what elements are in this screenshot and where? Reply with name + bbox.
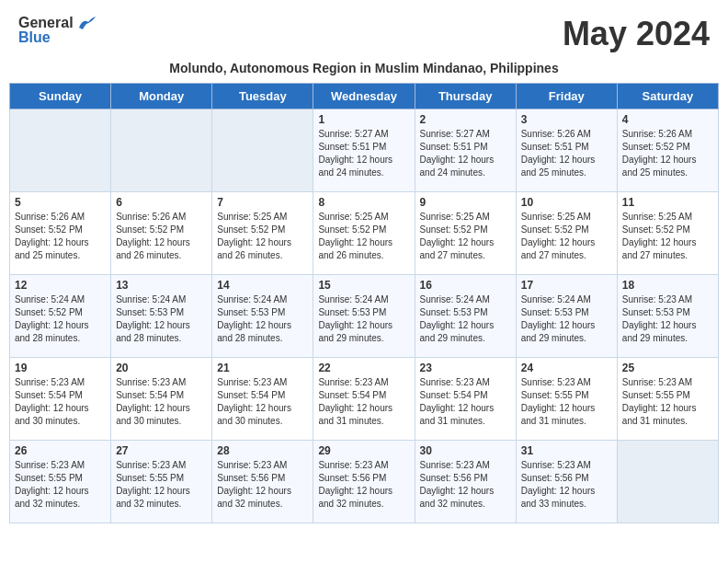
- daylight-text: Daylight: 12 hours and 27 minutes.: [420, 237, 495, 260]
- day-info: Sunrise: 5:25 AMSunset: 5:52 PMDaylight:…: [420, 211, 511, 262]
- calendar-cell: 13Sunrise: 5:24 AMSunset: 5:53 PMDayligh…: [111, 275, 212, 358]
- calendar-cell: [10, 109, 111, 192]
- sunset-text: Sunset: 5:52 PM: [116, 224, 184, 235]
- sunset-text: Sunset: 5:51 PM: [521, 142, 589, 152]
- day-info: Sunrise: 5:24 AMSunset: 5:53 PMDaylight:…: [521, 293, 612, 345]
- calendar-week-row: 1Sunrise: 5:27 AMSunset: 5:51 PMDaylight…: [10, 109, 719, 192]
- calendar-cell: 20Sunrise: 5:23 AMSunset: 5:54 PMDayligh…: [111, 358, 212, 441]
- sunrise-text: Sunrise: 5:24 AM: [420, 294, 490, 304]
- calendar-cell: 14Sunrise: 5:24 AMSunset: 5:53 PMDayligh…: [212, 275, 313, 358]
- calendar-cell: 28Sunrise: 5:23 AMSunset: 5:56 PMDayligh…: [212, 441, 313, 523]
- calendar-cell: 19Sunrise: 5:23 AMSunset: 5:54 PMDayligh…: [10, 358, 111, 441]
- sunrise-text: Sunrise: 5:23 AM: [217, 460, 287, 470]
- sunset-text: Sunset: 5:53 PM: [318, 307, 386, 317]
- daylight-text: Daylight: 12 hours and 31 minutes.: [318, 403, 392, 426]
- daylight-text: Daylight: 12 hours and 29 minutes.: [521, 320, 596, 343]
- day-number: 29: [318, 444, 409, 457]
- daylight-text: Daylight: 12 hours and 32 minutes.: [217, 486, 291, 509]
- sunset-text: Sunset: 5:52 PM: [622, 142, 690, 152]
- daylight-text: Daylight: 12 hours and 30 minutes.: [15, 403, 89, 426]
- day-info: Sunrise: 5:24 AMSunset: 5:53 PMDaylight:…: [217, 293, 308, 345]
- day-number: 4: [622, 113, 713, 126]
- daylight-text: Daylight: 12 hours and 25 minutes.: [15, 237, 89, 260]
- calendar-cell: 29Sunrise: 5:23 AMSunset: 5:56 PMDayligh…: [313, 441, 415, 523]
- day-info: Sunrise: 5:23 AMSunset: 5:55 PMDaylight:…: [116, 459, 207, 511]
- day-info: Sunrise: 5:23 AMSunset: 5:56 PMDaylight:…: [420, 459, 511, 511]
- daylight-text: Daylight: 12 hours and 27 minutes.: [521, 237, 596, 260]
- day-info: Sunrise: 5:23 AMSunset: 5:56 PMDaylight:…: [217, 459, 308, 511]
- day-info: Sunrise: 5:24 AMSunset: 5:53 PMDaylight:…: [318, 293, 409, 345]
- day-info: Sunrise: 5:26 AMSunset: 5:52 PMDaylight:…: [15, 211, 106, 262]
- sunrise-text: Sunrise: 5:23 AM: [420, 377, 490, 387]
- daylight-text: Daylight: 12 hours and 26 minutes.: [116, 237, 190, 260]
- day-info: Sunrise: 5:24 AMSunset: 5:53 PMDaylight:…: [420, 293, 511, 345]
- day-info: Sunrise: 5:25 AMSunset: 5:52 PMDaylight:…: [318, 211, 409, 262]
- day-number: 28: [217, 444, 308, 457]
- sunset-text: Sunset: 5:55 PM: [15, 473, 83, 483]
- sunrise-text: Sunrise: 5:26 AM: [622, 129, 692, 139]
- day-number: 12: [15, 279, 106, 292]
- day-info: Sunrise: 5:24 AMSunset: 5:52 PMDaylight:…: [15, 293, 106, 345]
- daylight-text: Daylight: 12 hours and 25 minutes.: [521, 155, 596, 178]
- calendar-table: SundayMondayTuesdayWednesdayThursdayFrid…: [9, 83, 719, 523]
- day-number: 16: [420, 279, 511, 292]
- day-number: 30: [420, 444, 511, 457]
- calendar-cell: 1Sunrise: 5:27 AMSunset: 5:51 PMDaylight…: [313, 109, 415, 192]
- sunset-text: Sunset: 5:51 PM: [318, 142, 386, 152]
- sunrise-text: Sunrise: 5:23 AM: [116, 377, 186, 387]
- calendar-cell: 18Sunrise: 5:23 AMSunset: 5:53 PMDayligh…: [617, 275, 718, 358]
- sunrise-text: Sunrise: 5:23 AM: [521, 377, 591, 387]
- calendar-cell: 9Sunrise: 5:25 AMSunset: 5:52 PMDaylight…: [415, 192, 516, 275]
- sunrise-text: Sunrise: 5:25 AM: [217, 212, 287, 222]
- logo-bird-icon: [75, 15, 96, 31]
- calendar-subtitle: Molundo, Autonomous Region in Muslim Min…: [0, 57, 728, 83]
- day-info: Sunrise: 5:25 AMSunset: 5:52 PMDaylight:…: [521, 211, 612, 262]
- calendar-cell: 12Sunrise: 5:24 AMSunset: 5:52 PMDayligh…: [10, 275, 111, 358]
- sunrise-text: Sunrise: 5:26 AM: [15, 212, 85, 222]
- sunset-text: Sunset: 5:53 PM: [217, 307, 285, 317]
- weekday-header-saturday: Saturday: [617, 84, 718, 109]
- day-number: 13: [116, 279, 207, 292]
- sunrise-text: Sunrise: 5:23 AM: [116, 460, 186, 470]
- day-number: 10: [521, 196, 612, 209]
- weekday-header-monday: Monday: [111, 84, 212, 109]
- sunset-text: Sunset: 5:55 PM: [521, 390, 589, 400]
- sunset-text: Sunset: 5:52 PM: [521, 224, 589, 235]
- day-info: Sunrise: 5:23 AMSunset: 5:54 PMDaylight:…: [116, 376, 207, 428]
- sunset-text: Sunset: 5:53 PM: [420, 307, 488, 317]
- daylight-text: Daylight: 12 hours and 32 minutes.: [15, 486, 89, 509]
- sunset-text: Sunset: 5:52 PM: [420, 224, 488, 235]
- calendar-cell: 16Sunrise: 5:24 AMSunset: 5:53 PMDayligh…: [415, 275, 516, 358]
- sunset-text: Sunset: 5:52 PM: [217, 224, 285, 235]
- sunrise-text: Sunrise: 5:24 AM: [15, 294, 85, 304]
- day-number: 26: [15, 444, 106, 457]
- daylight-text: Daylight: 12 hours and 31 minutes.: [420, 403, 495, 426]
- daylight-text: Daylight: 12 hours and 29 minutes.: [622, 320, 697, 343]
- sunrise-text: Sunrise: 5:24 AM: [116, 294, 186, 304]
- day-number: 27: [116, 444, 207, 457]
- day-info: Sunrise: 5:23 AMSunset: 5:54 PMDaylight:…: [217, 376, 308, 428]
- day-info: Sunrise: 5:23 AMSunset: 5:55 PMDaylight:…: [521, 376, 612, 428]
- daylight-text: Daylight: 12 hours and 30 minutes.: [116, 403, 190, 426]
- calendar-cell: 25Sunrise: 5:23 AMSunset: 5:55 PMDayligh…: [617, 358, 718, 441]
- daylight-text: Daylight: 12 hours and 33 minutes.: [521, 486, 596, 509]
- sunset-text: Sunset: 5:54 PM: [217, 390, 285, 400]
- calendar-cell: 15Sunrise: 5:24 AMSunset: 5:53 PMDayligh…: [313, 275, 415, 358]
- day-number: 20: [116, 362, 207, 374]
- sunrise-text: Sunrise: 5:23 AM: [622, 294, 692, 304]
- sunrise-text: Sunrise: 5:23 AM: [318, 460, 388, 470]
- sunrise-text: Sunrise: 5:23 AM: [318, 377, 388, 387]
- calendar-cell: 11Sunrise: 5:25 AMSunset: 5:52 PMDayligh…: [617, 192, 718, 275]
- day-number: 1: [318, 113, 409, 126]
- calendar-week-row: 12Sunrise: 5:24 AMSunset: 5:52 PMDayligh…: [10, 275, 719, 358]
- sunset-text: Sunset: 5:56 PM: [420, 473, 488, 483]
- sunrise-text: Sunrise: 5:26 AM: [116, 212, 186, 222]
- day-info: Sunrise: 5:25 AMSunset: 5:52 PMDaylight:…: [217, 211, 308, 262]
- calendar-cell: 24Sunrise: 5:23 AMSunset: 5:55 PMDayligh…: [516, 358, 617, 441]
- day-info: Sunrise: 5:23 AMSunset: 5:54 PMDaylight:…: [15, 376, 106, 428]
- day-number: 9: [420, 196, 511, 209]
- calendar-week-row: 19Sunrise: 5:23 AMSunset: 5:54 PMDayligh…: [10, 358, 719, 441]
- calendar-cell: 3Sunrise: 5:26 AMSunset: 5:51 PMDaylight…: [516, 109, 617, 192]
- daylight-text: Daylight: 12 hours and 28 minutes.: [15, 320, 89, 343]
- daylight-text: Daylight: 12 hours and 24 minutes.: [420, 155, 495, 178]
